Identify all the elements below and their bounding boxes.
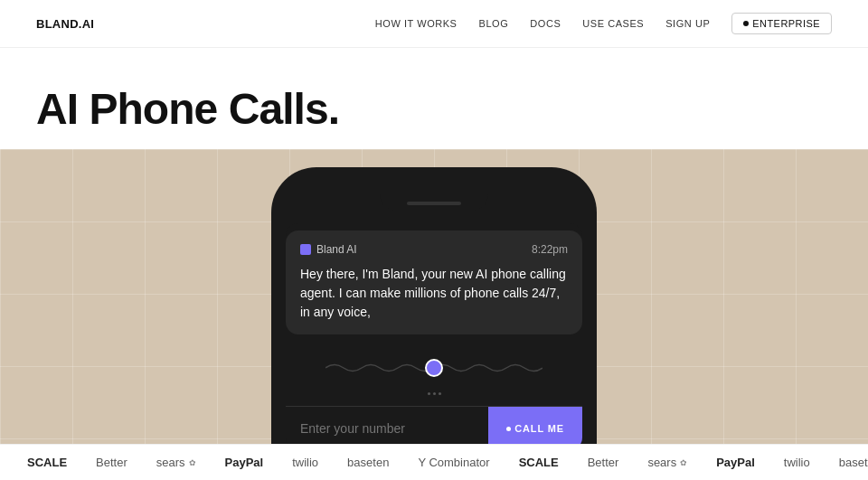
hero-title: AI Phone Calls.: [36, 84, 832, 134]
notification-card: Bland AI 8:22pm Hey there, I'm Bland, yo…: [286, 231, 582, 334]
enterprise-dot-icon: [743, 21, 749, 26]
call-me-label: CALL ME: [514, 423, 564, 434]
enterprise-label: ENTERPRISE: [752, 18, 820, 29]
nav-docs[interactable]: DOCS: [530, 18, 561, 29]
phone-wrapper: Bland AI 8:22pm Hey there, I'm Bland, yo…: [271, 167, 597, 450]
logo[interactable]: BLAND.AI: [36, 17, 94, 31]
call-btn-dot-icon: [506, 427, 511, 431]
logo-item: baseten: [839, 456, 868, 469]
logo-item: sears✿: [156, 456, 196, 469]
logo-item: PayPal: [716, 456, 755, 469]
enterprise-button[interactable]: ENTERPRISE: [731, 13, 832, 34]
logo-item: baseten: [347, 456, 389, 469]
nav-sign-up[interactable]: SIGN UP: [665, 18, 710, 29]
header: BLAND.AI HOW IT WORKS BLOG DOCS USE CASE…: [0, 0, 868, 48]
waveform: [326, 354, 542, 381]
logo-item: Y Combinator: [418, 456, 489, 469]
dot-2: [433, 392, 436, 395]
logos-marquee: SCALEBettersears✿PayPaltwiliobasetenY Co…: [27, 456, 868, 469]
notification-header: Bland AI 8:22pm: [300, 243, 568, 256]
logo-item: Better: [96, 456, 127, 469]
app-name: Bland AI: [316, 243, 357, 256]
main-nav: HOW IT WORKS BLOG DOCS USE CASES SIGN UP…: [375, 13, 832, 34]
phone-screen: Bland AI 8:22pm Hey there, I'm Bland, yo…: [286, 223, 582, 450]
dot-1: [428, 392, 430, 395]
logo-item: Better: [588, 456, 619, 469]
logo-item: sears✿: [647, 456, 687, 469]
app-icon: [300, 244, 311, 255]
notification-app: Bland AI: [300, 243, 357, 256]
nav-use-cases[interactable]: USE CASES: [582, 18, 644, 29]
logos-bar: SCALEBettersears✿PayPaltwiliobasetenY Co…: [0, 444, 868, 480]
dots-row: [286, 392, 582, 395]
nav-how-it-works[interactable]: HOW IT WORKS: [375, 18, 458, 29]
logo-item: SCALE: [519, 456, 559, 469]
phone-device: Bland AI 8:22pm Hey there, I'm Bland, yo…: [271, 167, 597, 450]
notification-body: Hey there, I'm Bland, your new AI phone …: [300, 265, 568, 322]
phone-notch: [380, 185, 488, 211]
nav-blog[interactable]: BLOG: [479, 18, 509, 29]
logo-item: twilio: [292, 456, 318, 469]
dot-3: [439, 392, 441, 395]
logo-suffix: ✿: [189, 458, 196, 467]
phone-area: Bland AI 8:22pm Hey there, I'm Bland, yo…: [0, 149, 868, 444]
logo-item: SCALE: [27, 456, 67, 469]
logo-item: PayPal: [225, 456, 264, 469]
logo-suffix: ✿: [680, 458, 687, 467]
wave-scrubber[interactable]: [425, 359, 443, 377]
notification-time: 8:22pm: [532, 243, 568, 256]
wave-container: [286, 342, 582, 389]
logo-item: twilio: [784, 456, 810, 469]
